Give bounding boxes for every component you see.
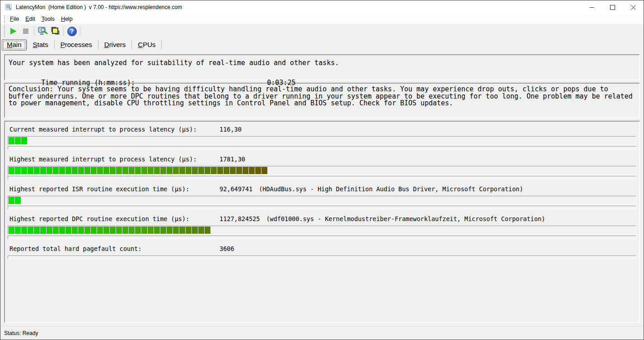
led-segment (72, 227, 78, 234)
led-segment (91, 167, 97, 174)
led-segment (21, 137, 27, 144)
title-bar: LatencyMon (Home Edition ) v 7.00 - http… (0, 0, 644, 14)
menu-item-file[interactable]: File (7, 15, 22, 23)
measurements-box: Current measured interrupt to process la… (4, 121, 640, 323)
latency-track-bar (8, 255, 636, 259)
toolbar-separator (63, 26, 64, 36)
led-segment (53, 167, 59, 174)
led-segment (47, 227, 52, 234)
led-segment (148, 167, 154, 174)
minimize-icon (589, 5, 594, 10)
led-segment (21, 227, 27, 234)
led-segment (122, 227, 128, 234)
measurement-row: Highest reported ISR routine execution t… (8, 185, 636, 209)
led-segment (261, 167, 267, 174)
menu-item-help[interactable]: Help (58, 15, 76, 23)
led-segment (160, 167, 166, 174)
menu-item-edit[interactable]: Edit (22, 15, 38, 23)
close-button[interactable] (623, 0, 644, 14)
measurement-value: 3606 (219, 245, 234, 252)
help-button[interactable]: ? (65, 25, 78, 37)
status-bar: Status: Ready (0, 326, 644, 340)
menu-items: FileEditToolsHelp (7, 15, 76, 23)
measurement-row: Reported total hard pagefault count:3606 (8, 245, 636, 259)
maximize-icon (610, 5, 615, 10)
stop-monitor-button[interactable] (19, 25, 32, 37)
measurement-label: Highest measured interrupt to process la… (9, 155, 219, 163)
tab-main[interactable]: Main (2, 39, 27, 51)
analyze-button[interactable] (36, 25, 49, 37)
led-segment (40, 227, 46, 234)
led-segment (192, 167, 198, 174)
tab-stats[interactable]: Stats (27, 40, 54, 50)
led-segment (129, 227, 135, 234)
play-icon (10, 28, 16, 34)
toolbar-separator (34, 26, 34, 36)
menu-item-tools[interactable]: Tools (38, 15, 58, 23)
tab-bar: MainStatsProcessesDriversCPUs (0, 38, 644, 51)
latency-track-bar (8, 206, 636, 209)
latency-led-bar (8, 136, 636, 145)
measurement-row: Current measured interrupt to process la… (8, 125, 636, 150)
led-segment (78, 167, 84, 174)
led-segment (65, 227, 71, 234)
led-segment (97, 167, 103, 174)
copy-report-button[interactable] (49, 25, 61, 37)
measurement-value: 1781,30 (219, 156, 245, 163)
led-segment (224, 167, 229, 174)
tab-cpus[interactable]: CPUs (132, 40, 161, 50)
led-segment (217, 167, 223, 174)
led-segment (205, 227, 210, 234)
led-segment (34, 227, 40, 234)
tab-processes[interactable]: Processes (55, 40, 98, 50)
tab-separator (161, 40, 162, 49)
led-segment (91, 227, 97, 234)
toolbar-separator (80, 26, 80, 36)
start-monitor-button[interactable] (7, 25, 19, 37)
latencymon-app-icon (5, 4, 12, 11)
led-segment (192, 227, 198, 234)
window-title: LatencyMon (Home Edition ) v 7.00 - http… (16, 4, 182, 10)
measurement-row: Highest measured interrupt to process la… (8, 155, 636, 179)
led-segment (205, 167, 210, 174)
led-segment (173, 227, 179, 234)
measurement-label: Current measured interrupt to process la… (9, 125, 219, 133)
led-segment (28, 167, 33, 174)
led-segment (34, 167, 40, 174)
led-segment (9, 197, 14, 204)
led-segment (110, 167, 116, 174)
led-segment (198, 167, 204, 174)
measurement-label: Highest reported ISR routine execution t… (9, 185, 219, 193)
latency-track-bar (8, 176, 636, 179)
measurement-value: 1127,824525 (219, 215, 260, 222)
help-icon: ? (67, 27, 77, 36)
latency-led-bar (8, 196, 636, 205)
stop-icon (23, 28, 28, 34)
led-segment (148, 227, 154, 234)
measurement-driver-note: (HDAudBus.sys - High Definition Audio Bu… (259, 185, 523, 193)
led-segment (97, 227, 103, 234)
tab-drivers[interactable]: Drivers (98, 40, 132, 50)
maximize-button[interactable] (602, 0, 623, 14)
analysis-summary-box: Your system has been analyzed for suitab… (4, 54, 640, 80)
led-segment (103, 167, 109, 174)
menu-bar: FileEditToolsHelp (0, 14, 644, 24)
status-text: Status: Ready (4, 330, 38, 336)
led-segment (84, 167, 90, 174)
led-segment (15, 137, 21, 144)
led-segment (15, 197, 21, 204)
led-segment (179, 227, 185, 234)
led-segment (40, 167, 46, 174)
led-segment (103, 227, 109, 234)
latency-led-bar (8, 226, 636, 235)
led-segment (78, 227, 84, 234)
monitor-magnifier-icon (37, 26, 48, 36)
measurement-value: 116,30 (219, 126, 242, 133)
led-segment (173, 167, 179, 174)
led-segment (249, 167, 255, 174)
led-segment (72, 167, 78, 174)
measurement-label: Highest reported DPC routine execution t… (9, 215, 219, 223)
led-segment (243, 167, 248, 174)
minimize-button[interactable] (581, 0, 602, 14)
led-segment (167, 167, 173, 174)
